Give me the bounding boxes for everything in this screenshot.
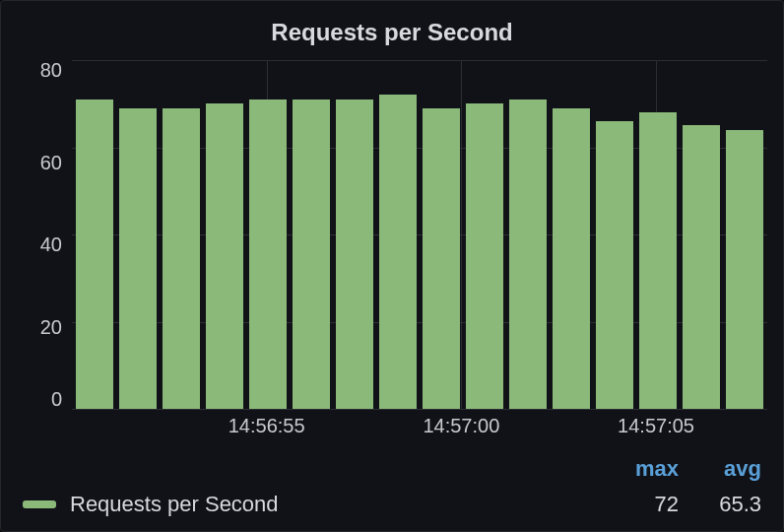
x-tick: 14:57:05 [618, 415, 694, 437]
bar[interactable] [596, 121, 633, 409]
bar-group [72, 60, 767, 409]
bar[interactable] [163, 108, 200, 409]
x-tick: 14:56:55 [229, 415, 305, 437]
y-tick: 80 [40, 60, 62, 80]
bar[interactable] [249, 100, 287, 409]
stat-header-max: max [623, 456, 679, 482]
bar[interactable] [553, 108, 590, 409]
x-axis: 14:56:5514:57:0014:57:05 [72, 409, 767, 442]
bar[interactable] [379, 95, 417, 409]
bar[interactable] [509, 100, 547, 409]
bar[interactable] [683, 125, 720, 409]
bar[interactable] [423, 108, 460, 409]
y-tick: 40 [40, 234, 62, 254]
x-tick: 14:57:00 [423, 415, 499, 437]
y-axis: 806040200 [17, 60, 72, 409]
bar[interactable] [639, 112, 677, 409]
stat-avg-value: 65.3 [706, 492, 761, 517]
plot-area[interactable] [72, 60, 767, 409]
y-tick: 0 [51, 389, 62, 409]
y-tick: 60 [40, 153, 62, 172]
legend-swatch [23, 500, 56, 508]
bar[interactable] [336, 100, 373, 409]
chart-panel: Requests per Second 806040200 14:56:5514… [0, 0, 784, 532]
bar[interactable] [119, 108, 157, 409]
stat-header-avg: avg [706, 456, 761, 482]
stat-header-row: max avg [17, 456, 767, 482]
bar[interactable] [726, 130, 763, 409]
bar[interactable] [206, 103, 243, 409]
chart-title: Requests per Second [17, 19, 767, 46]
bar[interactable] [293, 100, 330, 409]
bar[interactable] [466, 103, 503, 409]
chart-area: 806040200 14:56:5514:57:0014:57:05 [17, 60, 767, 442]
legend-row[interactable]: Requests per Second 72 65.3 [17, 492, 767, 517]
stat-max-value: 72 [623, 492, 679, 517]
bar[interactable] [76, 100, 113, 409]
y-tick: 20 [40, 317, 62, 337]
legend-label: Requests per Second [70, 492, 623, 517]
